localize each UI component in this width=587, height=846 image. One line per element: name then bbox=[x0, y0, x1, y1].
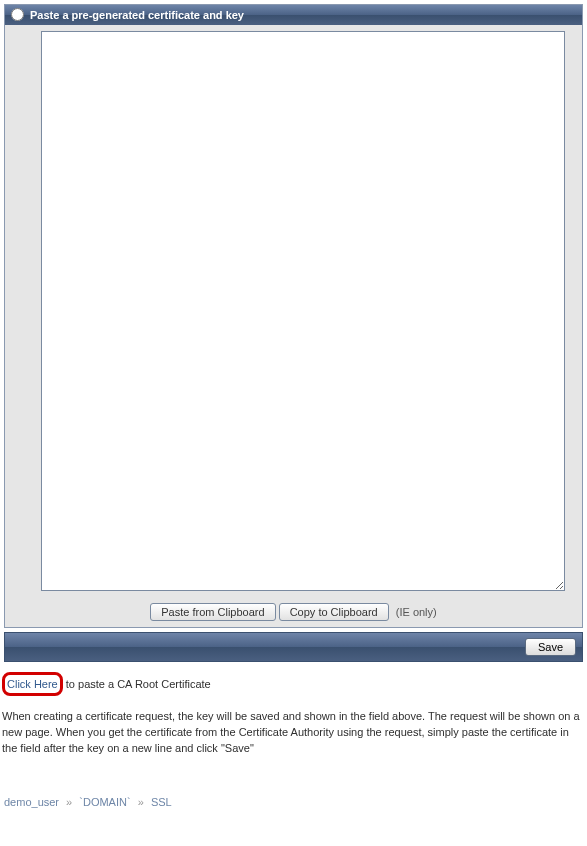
ca-hint-text: to paste a CA Root Certificate bbox=[63, 678, 211, 690]
save-button[interactable]: Save bbox=[525, 638, 576, 656]
copy-to-clipboard-button[interactable]: Copy to Clipboard bbox=[279, 603, 389, 621]
breadcrumb-sep-2: » bbox=[138, 796, 144, 808]
click-here-link[interactable]: Click Here bbox=[2, 672, 63, 696]
clipboard-row: Paste from Clipboard Copy to Clipboard (… bbox=[5, 599, 582, 627]
section-title: Paste a pre-generated certificate and ke… bbox=[30, 9, 244, 21]
radio-paste-cert-wrap[interactable] bbox=[11, 8, 24, 21]
radio-paste-cert[interactable] bbox=[11, 8, 24, 21]
cert-textarea[interactable] bbox=[41, 31, 565, 591]
breadcrumb-sep-1: » bbox=[66, 796, 72, 808]
section-header: Paste a pre-generated certificate and ke… bbox=[5, 5, 582, 25]
save-bar: Save bbox=[4, 632, 583, 662]
paste-cert-section: Paste a pre-generated certificate and ke… bbox=[4, 4, 583, 628]
help-text: When creating a certificate request, the… bbox=[2, 708, 583, 756]
breadcrumb-domain[interactable]: `DOMAIN` bbox=[79, 796, 130, 808]
ie-only-label: (IE only) bbox=[396, 606, 437, 618]
paste-from-clipboard-button[interactable]: Paste from Clipboard bbox=[150, 603, 275, 621]
breadcrumb-user[interactable]: demo_user bbox=[4, 796, 59, 808]
breadcrumb-page[interactable]: SSL bbox=[151, 796, 172, 808]
ca-root-hint: Click Here to paste a CA Root Certificat… bbox=[2, 672, 583, 696]
section-body bbox=[5, 25, 582, 599]
breadcrumb: demo_user » `DOMAIN` » SSL bbox=[4, 796, 583, 808]
